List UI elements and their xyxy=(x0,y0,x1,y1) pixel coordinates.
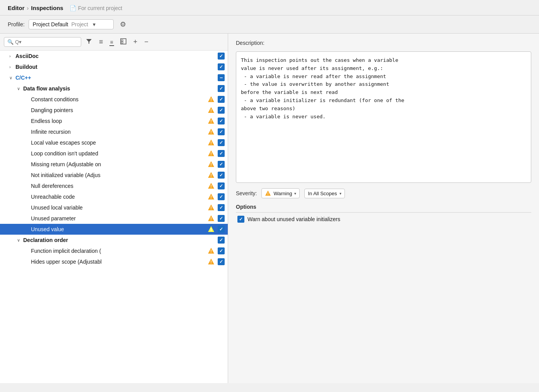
checkbox-endless-loop[interactable] xyxy=(218,118,225,124)
item-label-buildout: Buildout xyxy=(15,64,216,70)
gear-button[interactable]: ⚙ xyxy=(118,19,128,29)
item-label-hides-upper-scope: Hides upper scope (Adjustabl xyxy=(31,259,208,265)
checkbox-buildout[interactable] xyxy=(218,63,225,70)
tree-item-hides-upper-scope[interactable]: Hides upper scope (Adjustabl ! xyxy=(0,256,228,267)
scope-dropdown[interactable]: In All Scopes ▾ xyxy=(304,189,345,198)
add-button[interactable]: + xyxy=(131,37,140,47)
tree-item-unreachable-code[interactable]: Unreachable code ! xyxy=(0,191,228,202)
svg-rect-2 xyxy=(121,40,123,41)
tree-item-buildout[interactable]: › Buildout xyxy=(0,61,228,72)
checkbox-unused-value[interactable] xyxy=(218,226,225,233)
expand-arrow-declaration: ∨ xyxy=(17,238,23,243)
tree-item-loop-condition[interactable]: Loop condition isn't updated ! xyxy=(0,148,228,159)
group-button[interactable] xyxy=(118,37,129,47)
svg-text:!: ! xyxy=(210,98,212,102)
checkbox-dangling-pointers[interactable] xyxy=(218,107,225,114)
svg-text:!: ! xyxy=(210,130,212,135)
warning-icon-unused-parameter: ! xyxy=(208,215,215,222)
tree-item-declaration-order[interactable]: ∨ Declaration order xyxy=(0,235,228,245)
scope-label: In All Scopes xyxy=(308,191,337,196)
checkbox-unreachable-code[interactable] xyxy=(218,193,225,200)
item-label-loop-condition: Loop condition isn't updated xyxy=(31,150,208,157)
checkbox-missing-return[interactable] xyxy=(218,161,225,168)
checkbox-asciidoc[interactable] xyxy=(218,53,225,60)
tree-item-not-initialized[interactable]: Not initialized variable (Adjus ! xyxy=(0,170,228,181)
item-label-local-value: Local value escapes scope xyxy=(31,140,208,146)
breadcrumb-editor[interactable]: Editor xyxy=(8,5,24,11)
breadcrumb-inspections[interactable]: Inspections xyxy=(31,5,63,11)
svg-text:!: ! xyxy=(210,141,212,145)
item-label-null-dereferences: Null dereferences xyxy=(31,183,208,189)
breadcrumb-project-label: 📄 For current project xyxy=(70,5,122,11)
options-checkbox-warn[interactable] xyxy=(237,216,244,223)
warning-icon-local-value: ! xyxy=(208,139,215,146)
profile-name: Project Default xyxy=(33,21,68,27)
expand-arrow-dataflow: ∨ xyxy=(17,86,23,91)
warning-icon-dangling-pointers: ! xyxy=(208,107,215,114)
svg-text:!: ! xyxy=(210,174,212,178)
tree-item-unused-value[interactable]: Unused value ! xyxy=(0,224,228,235)
svg-text:!: ! xyxy=(268,192,269,196)
search-input[interactable] xyxy=(15,39,77,45)
tree-item-missing-return[interactable]: Missing return (Adjustable on ! xyxy=(0,159,228,170)
settings-window: Editor › Inspections 📄 For current proje… xyxy=(0,0,539,392)
item-label-function-implicit: Function implicit declaration ( xyxy=(31,248,208,254)
tree-item-infinite-recursion[interactable]: Infinite recursion ! xyxy=(0,126,228,137)
group-icon xyxy=(120,38,126,44)
checkbox-infinite-recursion[interactable] xyxy=(218,128,225,135)
svg-text:!: ! xyxy=(210,109,212,113)
expand-all-button[interactable]: ≡ xyxy=(97,37,106,47)
profile-dropdown[interactable]: Project Default Project ▾ xyxy=(29,19,114,29)
filter-button[interactable] xyxy=(84,37,94,47)
tree-item-cpp[interactable]: ∨ C/C++ xyxy=(0,72,228,83)
checkbox-loop-condition[interactable] xyxy=(218,150,225,157)
tree-item-dataflow[interactable]: ∨ Data flow analysis xyxy=(0,83,228,94)
checkbox-declaration-order[interactable] xyxy=(218,237,225,244)
item-label-constant-conditions: Constant conditions xyxy=(31,96,208,102)
search-box[interactable]: 🔍 xyxy=(4,37,81,47)
tree-item-dangling-pointers[interactable]: Dangling pointers ! xyxy=(0,105,228,116)
checkbox-function-implicit[interactable] xyxy=(218,247,225,254)
remove-button[interactable]: − xyxy=(142,37,151,47)
tree-item-function-implicit[interactable]: Function implicit declaration ( ! xyxy=(0,245,228,256)
tree-item-asciidoc[interactable]: › AsciiDoc xyxy=(0,51,228,61)
options-header: Options xyxy=(236,204,531,213)
search-icon: 🔍 xyxy=(7,39,14,45)
warning-icon-not-initialized: ! xyxy=(208,172,215,179)
checkbox-null-dereferences[interactable] xyxy=(218,182,225,189)
left-panel: 🔍 ≡ ≡ xyxy=(0,34,228,383)
description-label: Description: xyxy=(236,40,531,46)
svg-text:!: ! xyxy=(210,163,212,167)
tree-item-constant-conditions[interactable]: Constant conditions ! xyxy=(0,94,228,105)
filter-icon xyxy=(86,38,92,44)
svg-text:!: ! xyxy=(210,184,212,189)
checkbox-unused-local[interactable] xyxy=(218,204,225,211)
tree-item-null-dereferences[interactable]: Null dereferences ! xyxy=(0,181,228,191)
item-label-unused-parameter: Unused parameter xyxy=(31,215,208,222)
tree-item-unused-local[interactable]: Unused local variable ! xyxy=(0,202,228,213)
warning-icon-unreachable-code: ! xyxy=(208,193,215,200)
checkbox-cpp[interactable] xyxy=(218,74,225,81)
checkbox-local-value[interactable] xyxy=(218,139,225,146)
warning-icon-constant-conditions: ! xyxy=(208,96,215,103)
warning-icon-hides-upper-scope: ! xyxy=(208,258,215,265)
checkbox-hides-upper-scope[interactable] xyxy=(218,258,225,265)
checkbox-not-initialized[interactable] xyxy=(218,172,225,179)
tree-item-endless-loop[interactable]: Endless loop ! xyxy=(0,116,228,126)
tree-item-unused-parameter[interactable]: Unused parameter ! xyxy=(0,213,228,224)
checkbox-constant-conditions[interactable] xyxy=(218,96,225,103)
item-label-asciidoc: AsciiDoc xyxy=(15,53,216,59)
file-icon: 📄 xyxy=(70,5,76,11)
collapse-all-button[interactable]: ≡ xyxy=(108,37,116,47)
svg-text:!: ! xyxy=(210,228,212,232)
severity-dropdown[interactable]: ! Warning ▾ xyxy=(261,188,300,198)
inspections-toolbar: 🔍 ≡ ≡ xyxy=(0,34,228,51)
item-label-unused-value: Unused value xyxy=(31,226,208,232)
warning-icon-function-implicit: ! xyxy=(208,247,215,254)
checkbox-dataflow[interactable] xyxy=(218,85,225,92)
warning-icon-null-dereferences: ! xyxy=(208,182,215,189)
warning-icon-loop-condition: ! xyxy=(208,150,215,157)
tree-item-local-value[interactable]: Local value escapes scope ! xyxy=(0,137,228,148)
breadcrumb-separator: › xyxy=(27,5,29,11)
checkbox-unused-parameter[interactable] xyxy=(218,215,225,222)
